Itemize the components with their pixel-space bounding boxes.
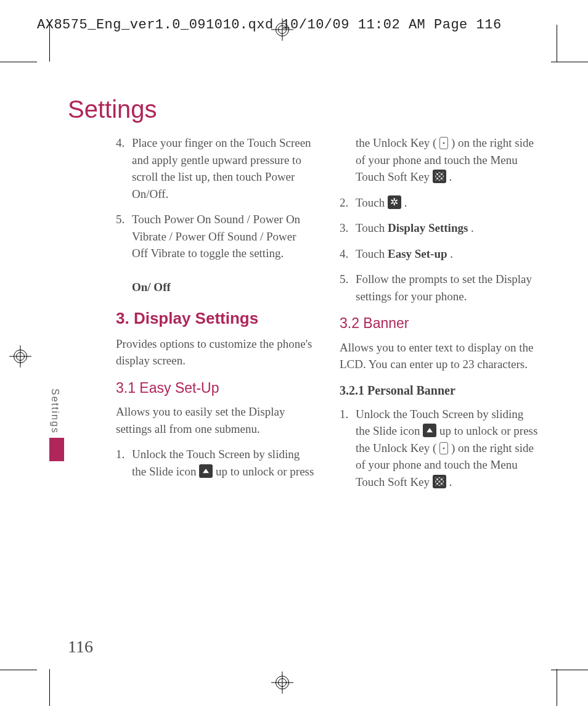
registration-mark-icon xyxy=(9,345,31,367)
text-fragment: Touch xyxy=(356,221,388,234)
paragraph: Provides options to customize the phone'… xyxy=(116,335,315,369)
step-text: Touch . xyxy=(356,194,539,211)
text-fragment: . xyxy=(447,247,454,260)
step-number: 4. xyxy=(116,134,132,202)
text-fragment: . xyxy=(468,221,474,234)
step-text-body: Touch Power On Sound / Power On Vibrate … xyxy=(132,213,300,260)
side-tab: Settings xyxy=(49,388,64,461)
heading-display-settings: 3. Display Settings xyxy=(116,307,315,330)
text-fragment: . xyxy=(446,170,452,183)
crop-mark xyxy=(49,25,50,62)
heading-banner: 3.2 Banner xyxy=(340,313,539,334)
step-text: Touch Power On Sound / Power On Vibrate … xyxy=(132,211,315,296)
on-off-label: On/ Off xyxy=(132,281,171,293)
step-number: 1. xyxy=(340,406,356,491)
step-number: 3. xyxy=(340,220,356,237)
menu-soft-key-icon xyxy=(433,170,446,183)
heading-personal-banner: 3.2.1 Personal Banner xyxy=(340,382,539,400)
slide-icon xyxy=(199,464,213,478)
text-fragment: Display Settings xyxy=(388,221,468,234)
gear-icon xyxy=(388,195,401,209)
heading-easy-setup: 3.1 Easy Set-Up xyxy=(116,378,315,398)
page: Settings Settings 116 4. Place your fing… xyxy=(49,62,557,670)
step-number: 2. xyxy=(340,194,356,211)
step-text: Unlock the Touch Screen by sliding the S… xyxy=(356,406,539,491)
menu-soft-key-icon xyxy=(433,475,446,488)
text-fragment: Touch xyxy=(356,196,388,209)
crop-mark xyxy=(0,670,37,670)
crop-mark xyxy=(557,669,557,706)
step-number: 4. xyxy=(340,245,356,263)
side-tab-indicator xyxy=(49,438,64,461)
paragraph: Allows you to enter text to display on t… xyxy=(340,339,539,373)
step-number: 5. xyxy=(340,271,356,305)
step-number: 5. xyxy=(116,211,132,296)
side-tab-label: Settings xyxy=(49,388,60,434)
step-text: Place your finger on the Touch Screen an… xyxy=(132,134,315,202)
crop-mark xyxy=(557,25,557,62)
crop-mark xyxy=(49,669,50,706)
step-text: Touch Easy Set-up . xyxy=(356,245,539,263)
page-title: Settings xyxy=(68,96,157,123)
page-number: 116 xyxy=(68,637,93,657)
registration-mark-icon xyxy=(271,18,293,41)
text-fragment: . xyxy=(401,196,407,209)
step-text: Follow the prompts to set the Display se… xyxy=(356,271,539,305)
paragraph: Allows you to easily set the Display set… xyxy=(116,403,315,437)
step-text: Touch Display Settings . xyxy=(356,220,539,237)
text-fragment: Touch xyxy=(356,247,388,260)
unlock-key-icon xyxy=(439,137,448,149)
unlock-key-icon xyxy=(439,442,448,454)
registration-mark-icon xyxy=(271,671,293,694)
crop-mark xyxy=(0,62,37,62)
text-fragment: Easy Set-up xyxy=(388,247,447,260)
slide-icon xyxy=(423,424,436,437)
text-fragment: . xyxy=(446,475,452,488)
body-columns: 4. Place your finger on the Touch Screen… xyxy=(116,134,539,621)
print-header: AX8575_Eng_ver1.0_091010.qxd 10/10/09 11… xyxy=(37,17,502,33)
